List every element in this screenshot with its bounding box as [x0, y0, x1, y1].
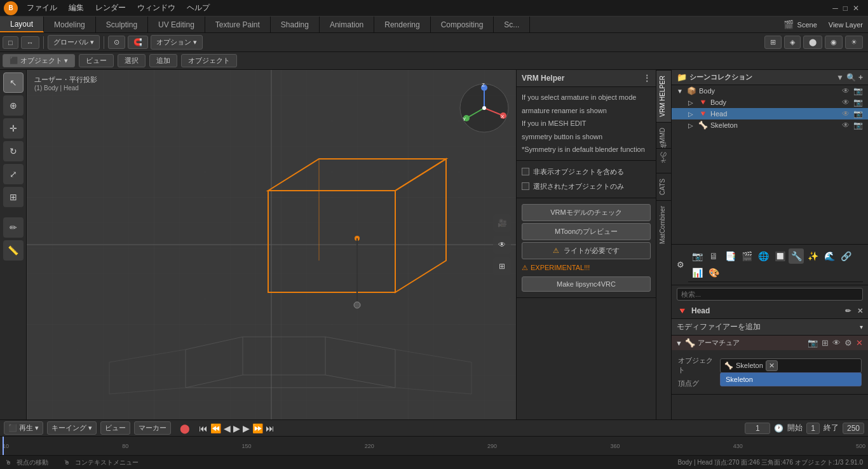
menu-file[interactable]: ファイル: [22, 1, 62, 15]
vrm-check-btn[interactable]: VRMモデルのチェック: [522, 204, 651, 221]
side-tab-other[interactable]: その他: [656, 148, 671, 173]
scene-search-icon[interactable]: 🔍: [846, 73, 856, 82]
timeline-keying-btn[interactable]: キーイング ▾: [47, 421, 97, 435]
tl-play[interactable]: ▶: [233, 423, 240, 433]
armature-object-input[interactable]: 🦴 Skeleton ✕: [720, 358, 862, 373]
tab-modeling[interactable]: Modeling: [44, 17, 96, 32]
toolbar-options[interactable]: オプション ▾: [151, 35, 203, 50]
tree-body-eye[interactable]: 👁: [842, 98, 850, 107]
timeline-track[interactable]: 10 80 150 220 290 360 430 500: [0, 437, 868, 455]
side-tab-matcombiner[interactable]: MatCombiner: [656, 200, 671, 249]
vp-ctrl-camera[interactable]: 🎥: [493, 214, 511, 232]
timeline-marker-btn[interactable]: マーカー: [134, 421, 171, 435]
tab-shading[interactable]: Shading: [271, 17, 320, 32]
toolbar-shading-render[interactable]: ☀: [845, 36, 863, 49]
tl-frame-start[interactable]: 1: [806, 423, 820, 434]
menu-edit[interactable]: 編集: [64, 1, 89, 15]
tree-skeleton-render[interactable]: 📷: [853, 121, 863, 130]
tree-item-skeleton[interactable]: ▷ 🦴 Skeleton 👁 📷: [672, 119, 868, 131]
tool-annotate[interactable]: ✏: [3, 217, 24, 238]
tool-transform[interactable]: ⊞: [3, 187, 24, 207]
properties-search-input[interactable]: [677, 288, 863, 301]
props-tab-world[interactable]: 🌐: [756, 248, 771, 264]
tool-cursor[interactable]: ⊕: [3, 95, 24, 116]
tree-skeleton-eye[interactable]: 👁: [842, 121, 850, 130]
tree-item-head[interactable]: ▷ 🔻 Head 👁 📷: [672, 108, 868, 119]
mode-object[interactable]: ⬛ オブジェクト ▾: [3, 54, 75, 67]
scene-filter-icon[interactable]: ▼: [836, 73, 844, 82]
collection-body-visibility[interactable]: 👁: [842, 86, 850, 95]
timeline-view-btn[interactable]: ビュー: [100, 421, 130, 435]
tl-next-key[interactable]: ⏩: [252, 423, 263, 433]
tree-head-eye[interactable]: 👁: [842, 109, 850, 118]
toolbar-shading-material[interactable]: ◉: [825, 36, 843, 49]
tab-sculpting[interactable]: Sculpting: [96, 17, 148, 32]
toolbar-overlay[interactable]: ⊞: [764, 36, 782, 49]
armature-mod-settings-icon[interactable]: ⚙: [843, 338, 853, 348]
toolbar-transform[interactable]: ↔: [21, 36, 39, 49]
viewport-3d[interactable]: Z X Y ユーザー・平行投影 (1) Body | Head 🎥 👁 ⊞: [27, 70, 516, 419]
menu-window[interactable]: ウィンドウ: [132, 1, 180, 15]
menu-render[interactable]: レンダー: [90, 1, 131, 15]
props-tab-modifier[interactable]: 🔧: [789, 248, 804, 264]
obj-name-edit[interactable]: ✏: [845, 307, 851, 315]
tab-compositing[interactable]: Compositing: [431, 17, 494, 32]
tab-rendering[interactable]: Rendering: [374, 17, 430, 32]
armature-mod-x-icon[interactable]: ✕: [855, 338, 864, 348]
obj-name-close[interactable]: ✕: [857, 307, 863, 315]
toolbar-proportional[interactable]: ⊙: [108, 36, 125, 49]
mode-select[interactable]: 選択: [118, 54, 146, 67]
tree-head-render[interactable]: 📷: [853, 109, 863, 118]
props-tab-scene[interactable]: 🎬: [739, 248, 754, 264]
armature-dropdown-skeleton[interactable]: Skeleton: [721, 373, 861, 386]
scene-label[interactable]: Scene: [797, 21, 817, 29]
vp-ctrl-view[interactable]: 👁: [493, 236, 511, 254]
props-tab-data[interactable]: 📊: [689, 265, 705, 280]
toolbar-global[interactable]: グローバル ▾: [48, 35, 100, 50]
vrm-menu-icon[interactable]: ⋮: [643, 74, 651, 83]
tool-select[interactable]: ↖: [3, 72, 24, 93]
armature-mod-camera-icon[interactable]: 📷: [806, 338, 819, 348]
props-tab-particles[interactable]: ✨: [805, 248, 820, 264]
toolbar-select-box[interactable]: □: [3, 36, 18, 49]
collection-body-render[interactable]: 📷: [853, 86, 863, 95]
tree-body-render[interactable]: 📷: [853, 98, 863, 107]
tool-move[interactable]: ✛: [3, 118, 24, 139]
tab-uv-editing[interactable]: UV Editing: [148, 17, 205, 32]
mode-object-menu[interactable]: オブジェクト: [181, 54, 237, 67]
add-modifier-header[interactable]: モディファイアーを追加 ▾: [672, 318, 868, 336]
window-close[interactable]: ✕: [853, 4, 859, 13]
tab-animation[interactable]: Animation: [320, 17, 374, 32]
armature-mod-viewport-icon[interactable]: 👁: [831, 338, 842, 348]
tl-prev-key[interactable]: ⏪: [210, 423, 221, 433]
toolbar-xray[interactable]: ◈: [784, 36, 801, 49]
tab-sc[interactable]: Sc...: [494, 17, 530, 32]
armature-obj-clear[interactable]: ✕: [766, 360, 778, 371]
toolbar-shading-solid[interactable]: ⬤: [803, 36, 822, 49]
props-tab-physics[interactable]: 🌊: [822, 248, 837, 264]
vrm-checkbox-hidden[interactable]: [522, 168, 529, 175]
window-minimize[interactable]: ─: [832, 4, 838, 13]
props-tab-material[interactable]: 🎨: [706, 265, 721, 280]
props-tab-output[interactable]: 🖥: [706, 248, 721, 264]
tool-measure[interactable]: 📏: [3, 240, 24, 261]
tl-skip-end[interactable]: ⏭: [266, 423, 275, 433]
vp-ctrl-grid[interactable]: ⊞: [493, 257, 511, 275]
timeline-mode-btn[interactable]: ⬛ 再生 ▾: [4, 421, 43, 435]
tab-texture-paint[interactable]: Texture Paint: [205, 17, 271, 32]
menu-help[interactable]: ヘルプ: [182, 1, 215, 15]
tl-skip-start[interactable]: ⏮: [199, 423, 208, 433]
props-tab-render[interactable]: 📷: [689, 248, 705, 264]
collection-body[interactable]: ▼ 📦 Body 👁 📷: [672, 85, 868, 97]
vrm-light-btn[interactable]: ⚠ ライトが必要です: [522, 242, 651, 259]
vrm-mtoon-btn[interactable]: MToonのプレビュー: [522, 223, 651, 240]
tree-item-body[interactable]: ▷ 🔻 Body 👁 📷: [672, 97, 868, 108]
scene-new-icon[interactable]: +: [858, 73, 863, 82]
tool-rotate[interactable]: ↻: [3, 141, 24, 161]
vrm-checkbox-selected[interactable]: [522, 182, 529, 190]
props-tab-object[interactable]: 🔲: [772, 248, 787, 264]
tl-next-frame[interactable]: ▶: [243, 423, 250, 433]
tl-prev-frame[interactable]: ◀: [224, 423, 231, 433]
side-tab-vrm-helper[interactable]: VRM HELPER: [656, 70, 671, 122]
side-tab-cats[interactable]: CATS: [656, 173, 671, 200]
